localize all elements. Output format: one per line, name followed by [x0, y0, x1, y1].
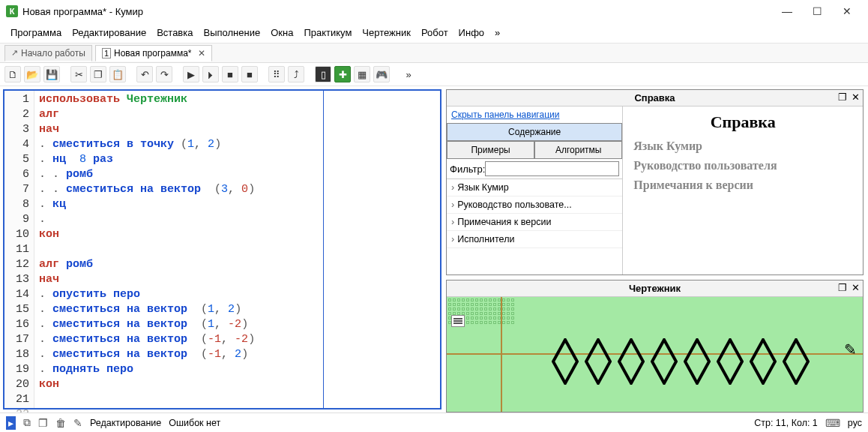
- cut-button[interactable]: ✂: [70, 66, 87, 82]
- help-heading: Справка: [633, 112, 852, 132]
- panel-popout-icon[interactable]: ❐: [838, 282, 847, 293]
- svg-marker-0: [553, 340, 577, 383]
- menu-run[interactable]: Выполнение: [199, 26, 265, 40]
- menu-edit[interactable]: Редактирование: [67, 26, 151, 40]
- editor-side-pane: [324, 91, 440, 408]
- maximize-button[interactable]: ☐: [802, 0, 832, 22]
- menu-insert[interactable]: Вставка: [152, 26, 197, 40]
- sb-position: Стр: 11, Кол: 1: [754, 418, 818, 428]
- rhombus-shape: [750, 338, 771, 380]
- toolbar-more-button[interactable]: »: [400, 66, 417, 82]
- rhombus-shape: [552, 338, 573, 380]
- code-editor: 1234567891011121314151617181920212223 ис…: [3, 89, 441, 410]
- sb-errors: Ошибок нет: [169, 418, 220, 428]
- rhombus-shape: [585, 338, 606, 380]
- help-link-lang[interactable]: Язык Кумир: [633, 140, 852, 153]
- nav-item-lang[interactable]: Язык Кумир: [447, 179, 622, 196]
- new-file-button[interactable]: 🗋: [4, 66, 21, 82]
- tab-new-program[interactable]: 1 Новая программа* ✕: [95, 45, 212, 62]
- app-icon: К: [6, 5, 18, 17]
- layout-b-button[interactable]: ✚: [334, 66, 351, 82]
- menu-robot[interactable]: Робот: [417, 26, 453, 40]
- panel-close-icon[interactable]: ✕: [852, 92, 860, 103]
- help-link-guide[interactable]: Руководство пользователя: [633, 159, 852, 172]
- rhombus-shape: [684, 338, 705, 380]
- stop-button[interactable]: ■: [222, 66, 238, 82]
- help-filter-row: Фильтр:: [447, 159, 622, 179]
- redo-button[interactable]: ↷: [156, 66, 172, 82]
- help-content: Справка Язык Кумир Руководство пользоват…: [623, 106, 863, 274]
- sb-copy-icon[interactable]: ❐: [38, 417, 48, 429]
- drawer-menu-icon[interactable]: [451, 315, 465, 327]
- undo-button[interactable]: ↶: [136, 66, 153, 82]
- menu-program[interactable]: Программа: [6, 26, 66, 40]
- sb-console-icon[interactable]: ▸: [6, 416, 16, 430]
- run-button[interactable]: ▶: [183, 66, 199, 82]
- sb-variables-icon[interactable]: ⧉: [23, 416, 31, 429]
- pencil-icon: ✎: [844, 340, 857, 358]
- main-toolbar: 🗋 📂 💾 ✂ ❐ 📋 ↶ ↷ ▶ ⏵ ■ ■ ⠿ ⤴ ▯ ✚ ▦ 🎮 »: [0, 63, 868, 86]
- rhombus-shape: [618, 338, 639, 380]
- save-file-button[interactable]: 💾: [43, 66, 60, 82]
- title-bar: К Новая программа* - Кумир — ☐ ✕: [0, 0, 868, 22]
- pause-button[interactable]: ■: [241, 66, 258, 82]
- sb-edit-icon[interactable]: ✎: [73, 417, 82, 429]
- svg-marker-2: [619, 340, 643, 383]
- menu-windows[interactable]: Окна: [266, 26, 298, 40]
- paste-button[interactable]: 📋: [109, 66, 126, 82]
- y-axis: [501, 297, 502, 412]
- close-button[interactable]: ✕: [832, 0, 862, 22]
- help-nav: Скрыть панель навигации Содержание Приме…: [447, 106, 623, 274]
- drawer-canvas[interactable]: ✎: [447, 297, 863, 412]
- nav-item-guide[interactable]: Руководство пользовате...: [447, 196, 622, 214]
- nav-item-notes[interactable]: Примечания к версии: [447, 214, 622, 231]
- toggle-b-button[interactable]: ⤴: [288, 66, 304, 82]
- document-tab-bar: ↗ Начало работы 1 Новая программа* ✕: [0, 44, 868, 63]
- help-panel: Справка ❐ ✕ Скрыть панель навигации Соде…: [446, 89, 864, 275]
- right-column: Справка ❐ ✕ Скрыть панель навигации Соде…: [444, 86, 868, 412]
- tab-new-icon: 1: [102, 48, 111, 58]
- tab-start-icon: ↗: [11, 48, 18, 58]
- help-filter-input[interactable]: [485, 161, 619, 176]
- help-link-notes[interactable]: Примечания к версии: [633, 178, 852, 192]
- help-tab-examples[interactable]: Примеры: [447, 141, 534, 159]
- sb-keys-icon[interactable]: ⌨: [825, 417, 840, 429]
- step-button[interactable]: ⏵: [202, 66, 219, 82]
- line-gutter: 1234567891011121314151617181920212223: [4, 91, 34, 408]
- tab-start[interactable]: ↗ Начало работы: [4, 45, 92, 62]
- drawer-panel-title: Чертежник ❐ ✕: [447, 280, 863, 297]
- panel-close-icon[interactable]: ✕: [852, 282, 860, 293]
- menu-info[interactable]: Инфо: [454, 26, 489, 40]
- svg-marker-3: [652, 340, 676, 383]
- toggle-a-button[interactable]: ⠿: [268, 66, 285, 82]
- copy-button[interactable]: ❐: [90, 66, 106, 82]
- rhombus-shape: [783, 338, 804, 380]
- drawer-panel: Чертежник ❐ ✕ ✎: [446, 280, 864, 412]
- svg-marker-6: [751, 340, 775, 383]
- open-file-button[interactable]: 📂: [24, 66, 40, 82]
- rhombus-shape: [717, 338, 738, 380]
- hide-nav-link[interactable]: Скрыть панель навигации: [447, 106, 622, 123]
- layout-d-button[interactable]: 🎮: [373, 66, 390, 82]
- sb-language[interactable]: рус: [848, 418, 862, 428]
- rhombus-shape: [651, 338, 672, 380]
- svg-marker-5: [718, 340, 742, 383]
- help-tab-contents[interactable]: Содержание: [447, 123, 622, 141]
- window-title: Новая программа* - Кумир: [22, 6, 772, 17]
- menu-drawer[interactable]: Чертежник: [358, 26, 415, 40]
- tab-start-label: Начало работы: [21, 48, 85, 58]
- code-area[interactable]: использовать Чертежник алг нач . сместит…: [34, 91, 324, 408]
- close-icon[interactable]: ✕: [198, 48, 205, 58]
- menu-bar: Программа Редактирование Вставка Выполне…: [0, 22, 868, 44]
- main-area: 1234567891011121314151617181920212223 ис…: [0, 86, 868, 412]
- minimize-button[interactable]: —: [772, 0, 802, 22]
- nav-item-performers[interactable]: Исполнители: [447, 231, 622, 248]
- panel-popout-icon[interactable]: ❐: [838, 92, 847, 103]
- tab-new-label: Новая программа*: [114, 48, 192, 58]
- layout-a-button[interactable]: ▯: [315, 66, 331, 82]
- menu-practicum[interactable]: Практикум: [299, 26, 356, 40]
- help-tab-algos[interactable]: Алгоритмы: [534, 141, 622, 159]
- sb-trash-icon[interactable]: 🗑: [55, 417, 66, 429]
- menu-more[interactable]: »: [490, 26, 504, 40]
- layout-c-button[interactable]: ▦: [354, 66, 370, 82]
